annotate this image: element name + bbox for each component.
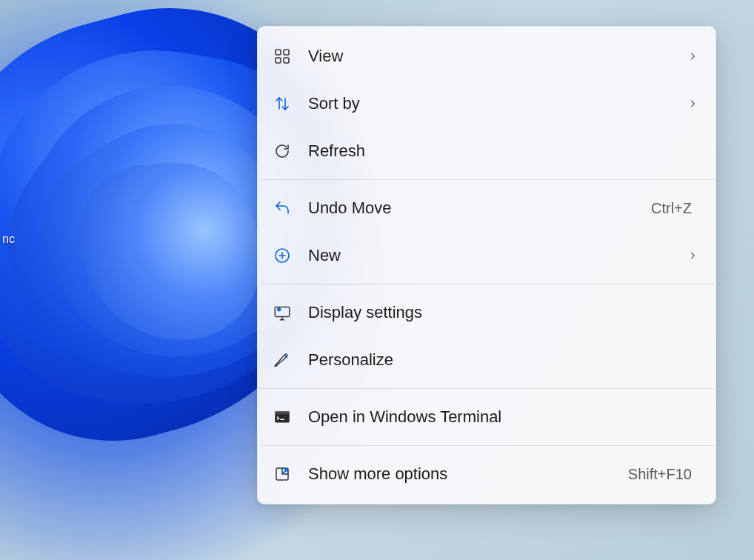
display-settings-icon <box>271 301 293 324</box>
svg-rect-3 <box>284 58 289 63</box>
sort-icon <box>271 93 293 115</box>
menu-item-label: Open in Windows Terminal <box>308 407 698 427</box>
desktop-context-menu: View Sort by Refresh <box>257 26 716 504</box>
svg-rect-1 <box>284 50 289 55</box>
menu-item-label: Personalize <box>308 350 698 370</box>
menu-item-label: New <box>308 246 687 265</box>
more-options-icon <box>271 463 293 485</box>
view-icon <box>271 45 293 67</box>
menu-item-shortcut: Ctrl+Z <box>651 200 692 217</box>
menu-item-label: Refresh <box>308 141 698 161</box>
new-icon <box>271 244 293 267</box>
menu-item-display-settings[interactable]: Display settings <box>258 289 715 336</box>
menu-item-personalize[interactable]: Personalize <box>258 336 715 384</box>
menu-separator <box>259 179 714 180</box>
menu-separator <box>259 388 714 389</box>
menu-item-undo-move[interactable]: Undo Move Ctrl+Z <box>258 184 715 232</box>
svg-rect-0 <box>276 50 281 55</box>
menu-item-new[interactable]: New <box>258 232 715 279</box>
menu-item-label: Show more options <box>308 464 628 484</box>
menu-item-sort-by[interactable]: Sort by <box>258 80 715 127</box>
menu-separator <box>259 284 714 284</box>
svg-rect-2 <box>276 58 281 63</box>
menu-item-label: View <box>308 47 687 66</box>
personalize-icon <box>271 349 293 371</box>
menu-item-show-more-options[interactable]: Show more options Shift+F10 <box>258 450 715 498</box>
menu-item-view[interactable]: View <box>258 33 715 80</box>
svg-rect-5 <box>275 307 290 316</box>
chevron-right-icon <box>687 250 698 261</box>
menu-item-label: Sort by <box>308 94 687 113</box>
menu-item-label: Undo Move <box>308 199 651 218</box>
svg-rect-8 <box>275 411 290 414</box>
menu-separator <box>259 445 714 446</box>
menu-item-open-terminal[interactable]: Open in Windows Terminal <box>258 393 715 441</box>
chevron-right-icon <box>687 51 698 61</box>
desktop-icon-label-partial[interactable]: nc <box>0 232 17 247</box>
chevron-right-icon <box>687 99 698 109</box>
terminal-icon <box>271 406 293 428</box>
refresh-icon <box>271 140 293 162</box>
menu-item-label: Display settings <box>308 303 698 322</box>
menu-item-refresh[interactable]: Refresh <box>258 127 715 175</box>
menu-item-shortcut: Shift+F10 <box>628 466 692 483</box>
undo-icon <box>271 197 293 219</box>
